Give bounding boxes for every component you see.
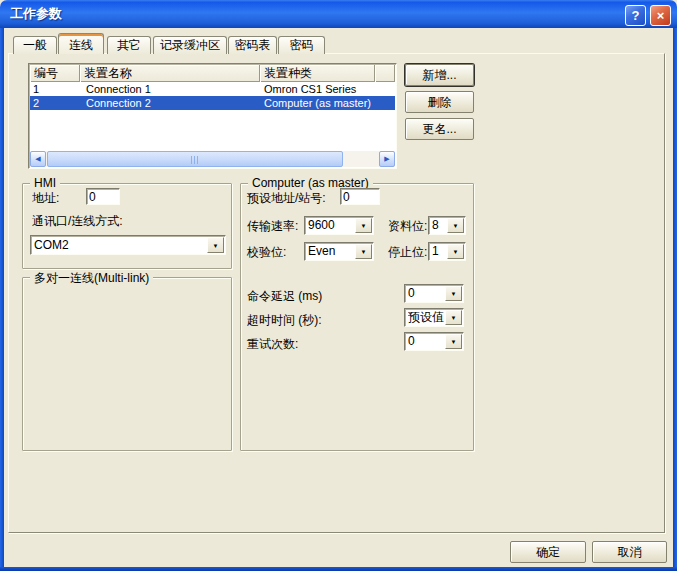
work-parameters-dialog: 工作参数 ? × 一般 连线 其它 记录缓冲区 密码表 密码 编号 装置名称 装…	[0, 0, 677, 571]
command-delay-label: 命令延迟 (ms)	[247, 288, 322, 305]
close-icon: ×	[657, 8, 665, 23]
cell-no: 2	[30, 96, 80, 110]
table-row[interactable]: 1 Connection 1 Omron CS1 Series	[30, 82, 395, 96]
station-input[interactable]	[340, 188, 380, 205]
column-header-name[interactable]: 装置名称	[80, 65, 260, 82]
column-header-no[interactable]: 编号	[30, 65, 80, 82]
parity-label: 校验位:	[247, 244, 286, 261]
baud-rate-select[interactable]: 9600 ▼	[304, 216, 374, 235]
command-delay-select[interactable]: 0 ▼	[404, 284, 464, 303]
add-button[interactable]: 新增...	[405, 64, 474, 86]
cell-name: Connection 1	[80, 82, 260, 96]
window-border-left	[0, 28, 4, 571]
scrollbar-grip-icon	[191, 156, 200, 164]
scroll-left-button[interactable]: ◀	[30, 151, 46, 167]
command-delay-value: 0	[408, 286, 445, 301]
timeout-value: 预设值	[408, 310, 445, 325]
rename-button[interactable]: 更名...	[405, 118, 474, 140]
dropdown-arrow-icon[interactable]: ▼	[445, 286, 462, 301]
parity-select[interactable]: Even ▼	[304, 242, 374, 261]
window-border-bottom	[0, 567, 677, 571]
dropdown-arrow-icon[interactable]: ▼	[355, 218, 372, 233]
dropdown-arrow-icon[interactable]: ▼	[355, 244, 372, 259]
parity-value: Even	[308, 244, 355, 259]
cell-type: Omron CS1 Series	[260, 82, 375, 96]
tab-password[interactable]: 密码	[278, 36, 325, 54]
device-list: 编号 装置名称 装置种类 1 Connection 1 Omron CS1 Se…	[28, 63, 397, 169]
window-title: 工作参数	[10, 5, 62, 23]
station-label: 预设地址/站号:	[247, 190, 326, 207]
hmi-address-input[interactable]	[86, 188, 120, 205]
tab-connection[interactable]: 连线	[58, 33, 104, 54]
tab-other[interactable]: 其它	[107, 36, 151, 54]
dropdown-arrow-icon[interactable]: ▼	[207, 237, 224, 253]
data-bits-value: 8	[432, 218, 447, 233]
horizontal-scrollbar[interactable]: ◀ ▶	[30, 151, 395, 167]
tab-general[interactable]: 一般	[13, 36, 57, 54]
scroll-left-icon: ◀	[35, 155, 40, 162]
scroll-right-icon: ▶	[384, 155, 389, 162]
data-bits-label: 资料位:	[388, 218, 427, 235]
timeout-label: 超时时间 (秒):	[247, 312, 322, 329]
tab-password-table[interactable]: 密码表	[228, 36, 277, 54]
close-button[interactable]: ×	[650, 5, 671, 26]
scroll-right-button[interactable]: ▶	[379, 151, 395, 167]
timeout-select[interactable]: 预设值 ▼	[404, 308, 464, 327]
multilink-group-title: 多对一连线(Multi-link)	[30, 270, 153, 287]
table-row-selected[interactable]: 2 Connection 2 Computer (as master)	[30, 96, 395, 110]
hmi-address-label: 地址:	[32, 190, 59, 207]
column-header-spacer	[375, 65, 395, 82]
device-list-header: 编号 装置名称 装置种类	[30, 65, 395, 82]
window-border-right	[673, 28, 677, 571]
retry-count-label: 重试次数:	[247, 336, 298, 353]
tab-record-buffer[interactable]: 记录缓冲区	[153, 36, 227, 54]
stop-bits-value: 1	[432, 244, 447, 259]
cell-no: 1	[30, 82, 80, 96]
multilink-group: 多对一连线(Multi-link)	[22, 277, 232, 451]
dropdown-arrow-icon[interactable]: ▼	[445, 334, 462, 349]
dropdown-arrow-icon[interactable]: ▼	[445, 310, 462, 325]
help-button[interactable]: ?	[625, 5, 646, 26]
stop-bits-select[interactable]: 1 ▼	[428, 242, 466, 261]
data-bits-select[interactable]: 8 ▼	[428, 216, 466, 235]
cell-type: Computer (as master)	[260, 96, 375, 110]
cell-name: Connection 2	[80, 96, 260, 110]
hmi-port-select[interactable]: COM2 ▼	[30, 235, 226, 255]
scrollbar-thumb[interactable]	[47, 151, 343, 167]
retry-count-value: 0	[408, 334, 445, 349]
cancel-button[interactable]: 取消	[592, 541, 667, 563]
baud-rate-label: 传输速率:	[247, 218, 298, 235]
hmi-port-label: 通讯口/连线方式:	[32, 213, 123, 230]
dropdown-arrow-icon[interactable]: ▼	[447, 218, 464, 233]
stop-bits-label: 停止位:	[388, 244, 427, 261]
dropdown-arrow-icon[interactable]: ▼	[447, 244, 464, 259]
delete-button[interactable]: 删除	[405, 91, 474, 113]
titlebar[interactable]: 工作参数 ? ×	[0, 0, 677, 28]
ok-button[interactable]: 确定	[510, 541, 586, 563]
column-header-type[interactable]: 装置种类	[260, 65, 375, 82]
help-icon: ?	[632, 8, 640, 23]
hmi-group-title: HMI	[30, 176, 60, 190]
retry-count-select[interactable]: 0 ▼	[404, 332, 464, 351]
hmi-port-value: COM2	[34, 237, 207, 253]
baud-rate-value: 9600	[308, 218, 355, 233]
